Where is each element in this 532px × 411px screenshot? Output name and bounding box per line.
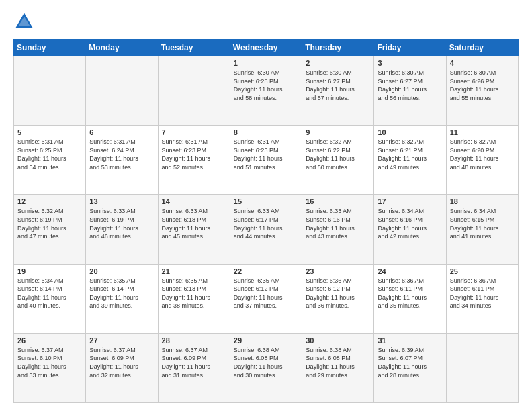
day-number: 29	[234, 336, 298, 345]
day-info: Sunrise: 6:30 AMSunset: 6:26 PMDaylight:…	[450, 68, 515, 102]
day-number: 27	[89, 336, 154, 345]
day-info: Sunrise: 6:30 AMSunset: 6:27 PMDaylight:…	[378, 68, 442, 102]
weekday-header-thursday: Thursday	[302, 40, 374, 56]
day-info: Sunrise: 6:34 AMSunset: 6:14 PMDaylight:…	[17, 277, 82, 310]
day-cell-10: 10Sunrise: 6:32 AMSunset: 6:21 PMDayligh…	[374, 126, 446, 195]
day-number: 17	[378, 197, 442, 205]
weekday-header-wednesday: Wednesday	[230, 40, 302, 56]
day-info: Sunrise: 6:33 AMSunset: 6:18 PMDaylight:…	[162, 207, 226, 240]
day-info: Sunrise: 6:33 AMSunset: 6:17 PMDaylight:…	[234, 207, 298, 240]
day-number: 24	[378, 267, 442, 275]
day-cell-17: 17Sunrise: 6:34 AMSunset: 6:16 PMDayligh…	[374, 195, 446, 264]
day-cell-27: 27Sunrise: 6:37 AMSunset: 6:09 PMDayligh…	[86, 333, 158, 402]
weekday-header-saturday: Saturday	[446, 40, 518, 56]
day-cell-1: 1Sunrise: 6:30 AMSunset: 6:28 PMDaylight…	[230, 56, 302, 126]
day-info: Sunrise: 6:39 AMSunset: 6:07 PMDaylight:…	[378, 346, 442, 379]
day-cell-4: 4Sunrise: 6:30 AMSunset: 6:26 PMDaylight…	[446, 56, 518, 126]
header	[13, 11, 519, 32]
day-number: 5	[17, 128, 82, 136]
day-number: 16	[306, 197, 370, 205]
day-cell-19: 19Sunrise: 6:34 AMSunset: 6:14 PMDayligh…	[14, 264, 86, 333]
day-number: 2	[306, 59, 370, 67]
empty-cell	[14, 56, 86, 126]
day-info: Sunrise: 6:38 AMSunset: 6:08 PMDaylight:…	[306, 346, 370, 379]
logo-icon	[13, 11, 35, 32]
day-number: 8	[234, 128, 298, 136]
day-cell-23: 23Sunrise: 6:36 AMSunset: 6:12 PMDayligh…	[302, 264, 374, 333]
day-number: 4	[450, 59, 515, 67]
day-number: 1	[234, 59, 298, 67]
day-info: Sunrise: 6:31 AMSunset: 6:24 PMDaylight:…	[89, 138, 154, 171]
day-number: 3	[378, 59, 442, 67]
day-cell-20: 20Sunrise: 6:35 AMSunset: 6:14 PMDayligh…	[86, 264, 158, 333]
day-cell-11: 11Sunrise: 6:32 AMSunset: 6:20 PMDayligh…	[446, 126, 518, 195]
empty-cell	[86, 56, 158, 126]
day-info: Sunrise: 6:34 AMSunset: 6:16 PMDaylight:…	[378, 207, 442, 240]
weekday-header-sunday: Sunday	[14, 40, 86, 56]
day-cell-24: 24Sunrise: 6:36 AMSunset: 6:11 PMDayligh…	[374, 264, 446, 333]
day-cell-16: 16Sunrise: 6:33 AMSunset: 6:16 PMDayligh…	[302, 195, 374, 264]
day-info: Sunrise: 6:35 AMSunset: 6:14 PMDaylight:…	[89, 277, 154, 310]
day-info: Sunrise: 6:31 AMSunset: 6:25 PMDaylight:…	[17, 138, 82, 171]
day-number: 20	[89, 267, 154, 275]
day-number: 23	[306, 267, 370, 275]
day-number: 10	[378, 128, 442, 136]
day-cell-7: 7Sunrise: 6:31 AMSunset: 6:23 PMDaylight…	[158, 126, 230, 195]
day-cell-28: 28Sunrise: 6:37 AMSunset: 6:09 PMDayligh…	[158, 333, 230, 402]
day-cell-5: 5Sunrise: 6:31 AMSunset: 6:25 PMDaylight…	[14, 126, 86, 195]
day-cell-30: 30Sunrise: 6:38 AMSunset: 6:08 PMDayligh…	[302, 333, 374, 402]
empty-cell	[446, 333, 518, 402]
header-row: SundayMondayTuesdayWednesdayThursdayFrid…	[14, 40, 519, 56]
day-cell-15: 15Sunrise: 6:33 AMSunset: 6:17 PMDayligh…	[230, 195, 302, 264]
week-row-5: 26Sunrise: 6:37 AMSunset: 6:10 PMDayligh…	[14, 333, 519, 402]
day-info: Sunrise: 6:30 AMSunset: 6:27 PMDaylight:…	[306, 68, 370, 102]
day-number: 6	[89, 128, 154, 136]
day-info: Sunrise: 6:31 AMSunset: 6:23 PMDaylight:…	[162, 138, 226, 171]
day-number: 25	[450, 267, 515, 275]
day-number: 22	[234, 267, 298, 275]
day-cell-12: 12Sunrise: 6:32 AMSunset: 6:19 PMDayligh…	[14, 195, 86, 264]
day-info: Sunrise: 6:34 AMSunset: 6:15 PMDaylight:…	[450, 207, 515, 240]
week-row-4: 19Sunrise: 6:34 AMSunset: 6:14 PMDayligh…	[14, 264, 519, 333]
empty-cell	[158, 56, 230, 126]
calendar-table: SundayMondayTuesdayWednesdayThursdayFrid…	[13, 39, 519, 403]
day-cell-31: 31Sunrise: 6:39 AMSunset: 6:07 PMDayligh…	[374, 333, 446, 402]
weekday-header-tuesday: Tuesday	[158, 40, 230, 56]
day-cell-29: 29Sunrise: 6:38 AMSunset: 6:08 PMDayligh…	[230, 333, 302, 402]
day-number: 13	[89, 197, 154, 205]
day-info: Sunrise: 6:36 AMSunset: 6:12 PMDaylight:…	[306, 277, 370, 310]
day-info: Sunrise: 6:38 AMSunset: 6:08 PMDaylight:…	[234, 346, 298, 379]
day-info: Sunrise: 6:35 AMSunset: 6:13 PMDaylight:…	[162, 277, 226, 310]
day-info: Sunrise: 6:35 AMSunset: 6:12 PMDaylight:…	[234, 277, 298, 310]
day-info: Sunrise: 6:37 AMSunset: 6:09 PMDaylight:…	[162, 346, 226, 379]
day-cell-14: 14Sunrise: 6:33 AMSunset: 6:18 PMDayligh…	[158, 195, 230, 264]
day-number: 18	[450, 197, 515, 205]
day-number: 26	[17, 336, 82, 345]
day-cell-26: 26Sunrise: 6:37 AMSunset: 6:10 PMDayligh…	[14, 333, 86, 402]
day-number: 12	[17, 197, 82, 205]
day-cell-22: 22Sunrise: 6:35 AMSunset: 6:12 PMDayligh…	[230, 264, 302, 333]
day-info: Sunrise: 6:30 AMSunset: 6:28 PMDaylight:…	[234, 68, 298, 102]
logo	[13, 11, 38, 32]
day-number: 31	[378, 336, 442, 345]
day-info: Sunrise: 6:36 AMSunset: 6:11 PMDaylight:…	[450, 277, 515, 310]
day-number: 7	[162, 128, 226, 136]
day-cell-18: 18Sunrise: 6:34 AMSunset: 6:15 PMDayligh…	[446, 195, 518, 264]
day-number: 21	[162, 267, 226, 275]
day-info: Sunrise: 6:32 AMSunset: 6:20 PMDaylight:…	[450, 138, 515, 171]
day-number: 28	[162, 336, 226, 345]
weekday-header-monday: Monday	[86, 40, 158, 56]
day-number: 15	[234, 197, 298, 205]
day-info: Sunrise: 6:31 AMSunset: 6:23 PMDaylight:…	[234, 138, 298, 171]
day-cell-9: 9Sunrise: 6:32 AMSunset: 6:22 PMDaylight…	[302, 126, 374, 195]
day-info: Sunrise: 6:37 AMSunset: 6:10 PMDaylight:…	[17, 346, 82, 379]
day-cell-21: 21Sunrise: 6:35 AMSunset: 6:13 PMDayligh…	[158, 264, 230, 333]
day-number: 30	[306, 336, 370, 345]
day-cell-2: 2Sunrise: 6:30 AMSunset: 6:27 PMDaylight…	[302, 56, 374, 126]
day-cell-8: 8Sunrise: 6:31 AMSunset: 6:23 PMDaylight…	[230, 126, 302, 195]
day-info: Sunrise: 6:33 AMSunset: 6:19 PMDaylight:…	[89, 207, 154, 240]
day-number: 14	[162, 197, 226, 205]
day-number: 19	[17, 267, 82, 275]
day-info: Sunrise: 6:32 AMSunset: 6:21 PMDaylight:…	[378, 138, 442, 171]
day-info: Sunrise: 6:37 AMSunset: 6:09 PMDaylight:…	[89, 346, 154, 379]
